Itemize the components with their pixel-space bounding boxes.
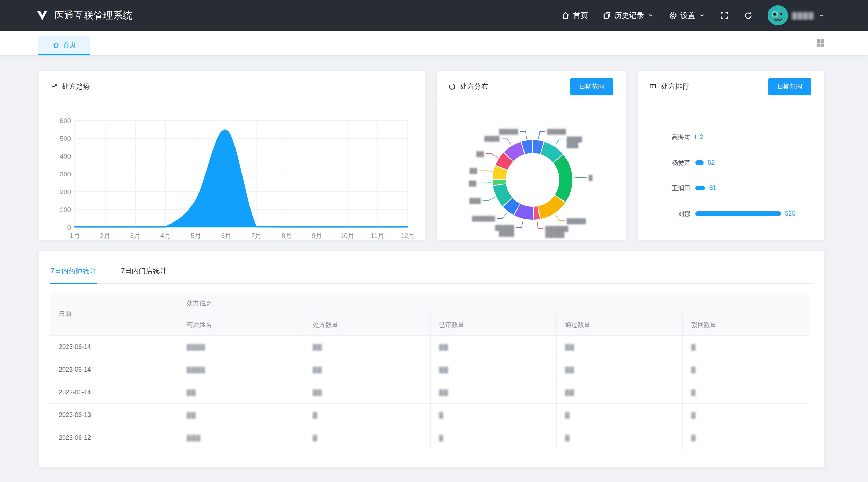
cell-blurred-value: ▓ (683, 336, 809, 358)
cell-blurred-value: ▓ (557, 404, 683, 426)
distribution-date-range-button[interactable]: 日期范围 (570, 78, 613, 95)
user-menu[interactable]: ▓▓▓▓ (768, 5, 825, 25)
rank-row: 杨爱芹52 (649, 150, 813, 175)
cell-blurred-value: ▓▓ (557, 381, 683, 404)
distribution-title-text: 处方分布 (460, 82, 488, 91)
distribution-card: 处方分布 日期范围 ▓▓▓▓▓▓▓▓▓▓▓▓▓▓▓▓▓▓▓▓▓▓▓▓▓▓▓▓▓▓… (437, 71, 626, 240)
rank-value: 2 (700, 133, 703, 141)
col-passed-count: 通过数量 (557, 314, 683, 336)
svg-text:400: 400 (60, 153, 71, 160)
tab-home[interactable]: 首页 (38, 36, 90, 55)
cell-blurred-value: ▓▓ (431, 336, 557, 358)
cell-blurred-value: ▓▓▓▓ (178, 336, 304, 358)
logo-icon (36, 10, 48, 21)
home-icon (562, 11, 570, 20)
stats-tabs: 7日内药师统计 7日内门店统计 (50, 261, 813, 284)
rank-row: 高海涛2 (649, 124, 813, 150)
nav-home-label: 首页 (573, 10, 588, 20)
tab-pharmacist-stats[interactable]: 7日内药师统计 (50, 261, 97, 284)
donut-slice-label: ▓▓▓▓▓▓ (472, 215, 495, 222)
ranking-card-title: 处方排行 (649, 82, 689, 91)
svg-text:11月: 11月 (371, 232, 384, 239)
svg-text:4月: 4月 (160, 232, 171, 239)
donut-slice-label: ▓▓ (476, 151, 484, 157)
refresh-button[interactable] (744, 11, 753, 20)
rank-value: 61 (709, 184, 716, 192)
rank-value: 52 (708, 159, 715, 166)
grid-icon (816, 39, 825, 48)
trend-title-text: 处方趋势 (62, 82, 90, 91)
donut-slice-label: ▓▓▓ (469, 197, 481, 204)
brand: 医通互联管理系统 (36, 9, 133, 22)
cell-date: 2023-06-13 (50, 404, 178, 426)
svg-text:200: 200 (60, 188, 71, 196)
username: ▓▓▓▓ (792, 12, 814, 19)
svg-text:8月: 8月 (282, 232, 292, 239)
trend-card: 处方趋势 1月2月3月4月5月6月7月8月9月10月11月12月01002003… (38, 71, 426, 240)
fullscreen-icon (720, 11, 729, 20)
cell-blurred-value: ▓▓ (304, 381, 431, 404)
cell-blurred-value: ▓ (683, 358, 809, 381)
svg-text:3月: 3月 (130, 232, 140, 239)
donut-slice-label: ▓▓▓▓▓ (567, 218, 586, 224)
rank-row: 刘娜525 (649, 201, 813, 226)
stats-table: 日期 处方信息 药师姓名 处方数量 已审数量 通过数量 驳回数量 2023-06… (50, 292, 809, 449)
svg-text:0: 0 (67, 224, 71, 231)
trend-card-header: 处方趋势 (39, 71, 425, 102)
stats-card: 7日内药师统计 7日内门店统计 日期 处方信息 药师姓名 处方数量 已审数量 通… (38, 251, 825, 468)
svg-text:500: 500 (60, 135, 71, 142)
rank-bar (695, 186, 705, 190)
col-group-rx-info: 处方信息 (178, 292, 809, 314)
cell-blurred-value: ▓▓ (431, 358, 557, 381)
cell-blurred-value: ▓ (304, 426, 431, 449)
cell-date: 2023-06-12 (50, 426, 178, 449)
ranking-title-text: 处方排行 (661, 82, 689, 91)
fullscreen-button[interactable] (720, 11, 729, 20)
chevron-down-icon (648, 12, 654, 19)
cell-blurred-value: ▓▓ (557, 358, 683, 381)
cell-blurred-value: ▓▓ (178, 381, 304, 404)
donut-slice-label: ▓▓▓▓▓ (499, 128, 518, 135)
bar-rank-icon (649, 83, 657, 90)
svg-text:300: 300 (60, 170, 71, 178)
rank-row: 王润田61 (649, 175, 813, 201)
nav-settings[interactable]: 设置 (668, 10, 705, 20)
cell-blurred-value: ▓▓▓ (178, 426, 304, 449)
table-row: 2023-06-14▓▓▓▓▓▓▓▓▓▓▓ (50, 336, 809, 358)
cell-blurred-value: ▓▓ (304, 336, 431, 358)
layout-grid-button[interactable] (816, 39, 825, 49)
col-rx-count: 处方数量 (304, 314, 431, 336)
trend-card-title: 处方趋势 (50, 82, 90, 91)
app-title: 医通互联管理系统 (55, 9, 133, 22)
col-date: 日期 (50, 292, 178, 336)
cell-date: 2023-06-14 (50, 358, 178, 381)
route-tabbar: 首页 (0, 31, 868, 55)
rank-bar (695, 135, 696, 139)
svg-text:9月: 9月 (312, 232, 322, 239)
distribution-card-title: 处方分布 (448, 82, 488, 91)
cell-blurred-value: ▓ (431, 426, 557, 449)
ranking-bar-list: 高海涛2杨爱芹52王润田61刘娜525 (638, 102, 824, 226)
cell-blurred-value: ▓▓ (557, 336, 683, 358)
nav-history[interactable]: 历史记录 (603, 10, 654, 20)
cell-blurred-value: ▓▓ (178, 404, 304, 426)
tab-home-label: 首页 (63, 40, 76, 49)
table-row: 2023-06-13▓▓▓▓▓▓ (50, 404, 809, 426)
col-rejected-count: 驳回数量 (683, 314, 809, 336)
donut-slice (554, 155, 572, 202)
donut-slice-label: ▓▓▓▓ (484, 135, 500, 142)
rank-name: 刘娜 (649, 210, 690, 218)
ranking-card-header: 处方排行 日期范围 (638, 71, 824, 102)
ranking-date-range-button[interactable]: 日期范围 (768, 78, 811, 95)
donut-slice (493, 180, 506, 185)
tab-store-stats[interactable]: 7日内门店统计 (120, 261, 167, 283)
donut-slice-label: ▓▓▓▓▓▓▓▓▓ (495, 224, 514, 237)
home-icon (53, 42, 59, 48)
rank-name: 杨爱芹 (649, 159, 690, 167)
donut-slice-label: ▓▓ (470, 167, 477, 174)
cell-blurred-value: ▓ (683, 404, 809, 426)
table-row: 2023-06-14▓▓▓▓▓▓▓▓▓ (50, 381, 809, 404)
navbar-menu: 首页 历史记录 设置 (562, 5, 825, 25)
gear-icon (668, 11, 677, 20)
nav-home[interactable]: 首页 (562, 10, 588, 20)
